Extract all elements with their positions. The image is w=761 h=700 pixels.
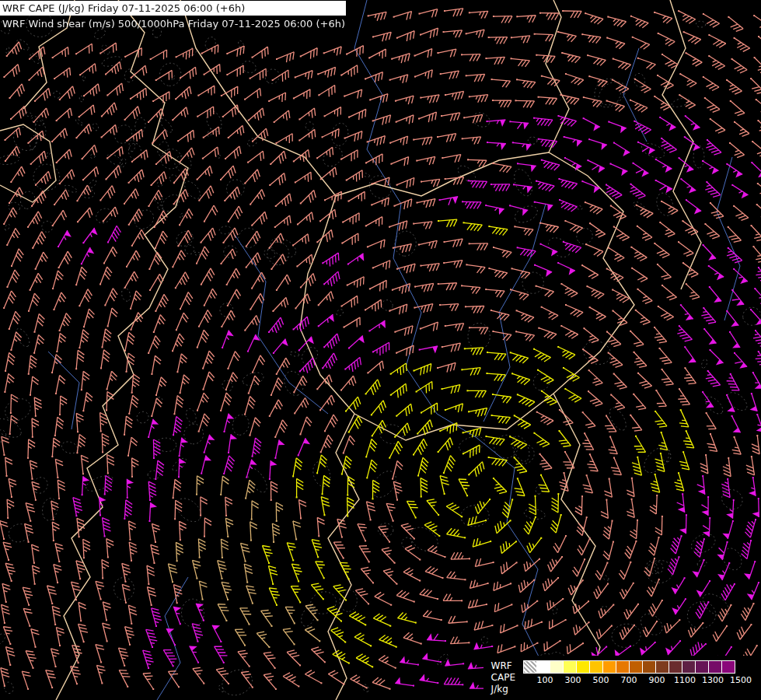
legend-swatch xyxy=(590,660,603,674)
legend-swatch xyxy=(682,660,696,674)
legend-swatch-row xyxy=(523,660,755,674)
cape-legend: WRF CAPE J/kg 10030050070090011001300150… xyxy=(483,656,761,700)
legend-swatch xyxy=(537,660,550,674)
legend-tick: 700 xyxy=(615,675,643,685)
legend-swatch xyxy=(709,660,722,674)
legend-swatch xyxy=(603,660,616,674)
legend-tick: 900 xyxy=(643,675,671,685)
legend-swatch xyxy=(550,660,564,674)
legend-tick: 100 xyxy=(531,675,559,685)
legend-swatch xyxy=(669,660,682,674)
legend-swatch xyxy=(722,660,735,674)
legend-swatch xyxy=(523,660,537,674)
legend-tick: 500 xyxy=(587,675,615,685)
legend-swatch xyxy=(616,660,630,674)
legend-tick-labels: 100300500700900110013001500 xyxy=(523,675,755,685)
legend-swatch xyxy=(564,660,577,674)
legend-tick: 1300 xyxy=(699,675,727,685)
legend-tick: 1500 xyxy=(727,675,755,685)
legend-titles: WRF CAPE J/kg xyxy=(491,660,515,695)
weather-map: WRF CAPE (J/kg) Friday 07-11-2025 06:00 … xyxy=(0,0,761,700)
legend-swatch xyxy=(630,660,643,674)
weather-map-canvas xyxy=(0,0,761,700)
legend-swatch xyxy=(696,660,709,674)
legend-swatch xyxy=(643,660,656,674)
map-titles: WRF CAPE (J/kg) Friday 07-11-2025 06:00 … xyxy=(0,0,348,31)
map-title-cape: WRF CAPE (J/kg) Friday 07-11-2025 06:00 … xyxy=(0,1,346,16)
legend-tick: 1100 xyxy=(671,675,699,685)
legend-color-scale: 100300500700900110013001500 xyxy=(523,660,755,685)
legend-swatch xyxy=(577,660,590,674)
legend-swatch xyxy=(656,660,669,674)
legend-title-units: J/kg xyxy=(491,684,515,695)
legend-tick: 300 xyxy=(559,675,587,685)
map-title-wind-shear: WRF Wind shear (m/s) 500/1000hPa Friday … xyxy=(0,16,348,31)
legend-title-variable: CAPE xyxy=(491,672,515,684)
legend-title-model: WRF xyxy=(491,660,515,672)
